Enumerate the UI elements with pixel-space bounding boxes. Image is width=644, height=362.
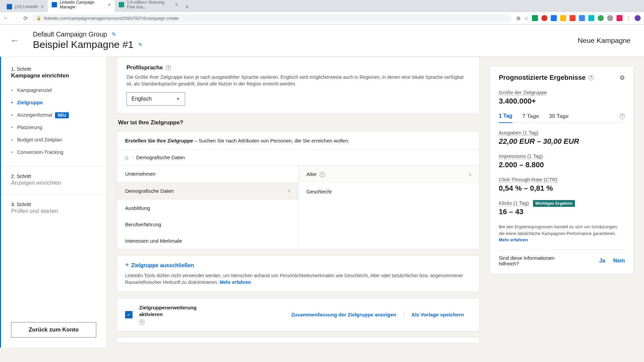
learn-more-link[interactable]: Mehr erfahren <box>499 237 528 242</box>
forward-icon: → <box>13 15 19 21</box>
browser-tab[interactable]: (15) LinkedIn× <box>3 1 48 12</box>
next-card-peek <box>117 337 480 343</box>
category-column-left: Unternehmen Demografische Daten› Ausbild… <box>117 166 299 249</box>
group-name: Default Campaign Group <box>33 31 107 38</box>
close-icon[interactable]: × <box>175 2 178 7</box>
language-select[interactable]: Englisch ▼ <box>126 92 185 106</box>
home-icon[interactable]: ⌂ <box>125 155 128 161</box>
sidebar-item-objective[interactable]: Kampagnenziel <box>11 84 96 96</box>
edit-icon[interactable]: ✎ <box>112 31 116 38</box>
builder-header-text: – Suchen Sie nach Attributen von Persone… <box>193 138 350 143</box>
chevron-right-icon: › <box>132 156 133 159</box>
edit-icon[interactable]: ✎ <box>138 42 143 48</box>
sidebar-item-conversion[interactable]: Conversion-Tracking <box>11 146 96 158</box>
help-icon[interactable]: ? <box>166 65 171 70</box>
audience-summary-link[interactable]: Zusammenfassung der Zielgruppe anzeigen <box>284 312 404 317</box>
sidebar-item-adformat[interactable]: AnzeigenformatNEU <box>11 109 96 121</box>
impressions-value: 2.000 – 8.800 <box>499 161 625 169</box>
address-bar: ← → ⟳ 🔒 linkedin.com/campaignmanager/acc… <box>0 12 644 24</box>
category-education[interactable]: Ausbildung <box>117 200 298 216</box>
menu-icon[interactable]: ⋮ <box>626 15 631 21</box>
linkedin-favicon <box>52 2 57 7</box>
important-badge: Wichtiges Ergebnis <box>533 200 575 207</box>
forecast-panel: Prognostizierte Ergebnisse ? ⚙ Größe der… <box>490 57 644 348</box>
zoom-icon[interactable]: ⊕ <box>516 15 521 21</box>
sidebar-item-budget[interactable]: Budget und Zeitplan <box>11 133 96 146</box>
browser-tab[interactable]: 1.8 million+ Stunning Free Ima...× <box>115 0 182 12</box>
save-template-link[interactable]: Als Vorlage speichern <box>404 312 471 317</box>
tab-1-day[interactable]: 1 Tag <box>499 113 513 123</box>
section-description: Die Größe Ihrer Zielgruppe kann je nach … <box>126 74 470 87</box>
extension-icon[interactable] <box>579 15 585 21</box>
category-label: Unternehmen <box>125 171 156 177</box>
new-badge: NEU <box>55 112 69 118</box>
app-body: 1. Schritt Kampagne einrichten Kampagnen… <box>0 57 644 348</box>
sidebar-item-audience[interactable]: Zielgruppe <box>11 96 96 109</box>
tab-title: LinkedIn Campaign Manager <box>60 0 105 9</box>
tab-7-days[interactable]: 7 Tage <box>523 113 539 123</box>
close-icon[interactable]: × <box>41 4 44 9</box>
campaign-name: Beispiel Kampagne #1 <box>33 39 133 50</box>
help-icon[interactable]: ? <box>320 172 325 177</box>
exclude-audience-button[interactable]: +Zielgruppe ausschließen <box>125 262 194 268</box>
lock-icon: 🔒 <box>37 16 41 20</box>
clicks-value: 16 – 43 <box>499 207 625 216</box>
gear-icon[interactable]: ⚙ <box>620 74 625 81</box>
extension-icon[interactable] <box>616 15 623 21</box>
new-tab-button[interactable]: + <box>182 2 192 12</box>
extension-icon[interactable] <box>551 15 557 21</box>
subcategory-age[interactable]: Alter ?› <box>299 166 480 183</box>
help-icon[interactable]: ? <box>588 75 594 80</box>
reload-icon[interactable]: ⟳ <box>23 15 28 21</box>
extension-icon[interactable] <box>607 15 613 21</box>
plus-icon: + <box>125 261 129 268</box>
back-to-account-button[interactable]: Zurück zum Konto <box>11 322 96 338</box>
sidebar: 1. Schritt Kampagne einrichten Kampagnen… <box>0 57 107 348</box>
tab-strip: (15) LinkedIn× LinkedIn Campaign Manager… <box>0 0 644 12</box>
step-3-block[interactable]: 3. Schritt Prüfen und starten <box>1 201 106 223</box>
campaign-group: Default Campaign Group ✎ <box>33 31 578 38</box>
step-title: Kampagne einrichten <box>11 72 96 79</box>
sidebar-item-placement[interactable]: Platzierung <box>11 121 96 133</box>
avatar-icon[interactable] <box>635 15 641 21</box>
new-campaign-label: Neue Kampagne <box>578 37 631 45</box>
url-input[interactable]: 🔒 linkedin.com/campaignmanager/account/5… <box>33 14 512 22</box>
tab-30-days[interactable]: 30 Tage <box>549 113 569 123</box>
subcategory-gender[interactable]: Geschlecht <box>299 183 480 200</box>
profile-language-card: Profilsprache ? Die Größe Ihrer Zielgrup… <box>117 57 480 113</box>
star-icon[interactable]: ☆ <box>524 15 529 21</box>
category-columns: Unternehmen Demografische Daten› Ausbild… <box>117 166 479 249</box>
subcategory-label: Alter <box>307 171 317 177</box>
step-2-block[interactable]: 2. Schritt Anzeigen einrichten <box>1 173 106 195</box>
learn-more-link[interactable]: Mehr erfahren <box>220 280 251 285</box>
expansion-checkbox[interactable]: ✓ <box>125 311 132 318</box>
close-icon[interactable]: × <box>108 2 111 7</box>
extension-icon[interactable] <box>532 15 538 21</box>
builder-header-bold: Erstellen Sie Ihre Zielgruppe <box>125 138 193 143</box>
help-icon[interactable]: ? <box>620 114 625 119</box>
category-demographics[interactable]: Demografische Daten› <box>117 182 298 200</box>
help-icon[interactable]: ? <box>139 319 145 325</box>
audience-size-label: Größe der Zielgruppe <box>499 89 547 96</box>
tab-title: 1.8 million+ Stunning Free Ima... <box>127 0 172 9</box>
category-experience[interactable]: Berufserfahrung <box>117 216 298 233</box>
breadcrumb: ⌂ › Demografische Daten <box>117 150 479 166</box>
back-icon[interactable]: ← <box>3 15 9 21</box>
yes-button[interactable]: Ja <box>599 258 605 264</box>
extension-icon[interactable] <box>570 15 576 21</box>
step-label: 1. Schritt <box>11 66 96 72</box>
extension-icon[interactable] <box>541 15 547 21</box>
browser-tab[interactable]: LinkedIn Campaign Manager× <box>48 0 115 12</box>
browser-chrome: (15) LinkedIn× LinkedIn Campaign Manager… <box>0 0 644 24</box>
category-company[interactable]: Unternehmen <box>117 166 298 182</box>
footer-row: ✓ Zielgruppenerweiterung aktivieren ? Zu… <box>117 298 479 331</box>
audience-builder-card: Erstellen Sie Ihre Zielgruppe – Suchen S… <box>117 131 480 249</box>
category-interests[interactable]: Interessen und Merkmale <box>117 233 298 249</box>
extension-icon[interactable] <box>588 15 594 21</box>
step-label: 3. Schritt <box>11 201 96 207</box>
extension-icon[interactable] <box>598 15 604 21</box>
extension-icon[interactable] <box>560 15 566 21</box>
back-arrow-icon[interactable]: ← <box>10 35 19 46</box>
section-title-text: Profilsprache <box>126 64 163 71</box>
no-button[interactable]: Nein <box>613 258 625 264</box>
